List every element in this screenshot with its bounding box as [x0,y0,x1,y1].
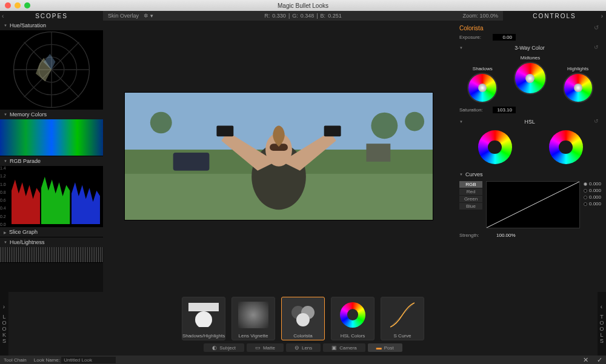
svg-point-18 [371,113,398,139]
strength-label: Strength: [459,233,493,238]
scope-slice-header[interactable]: Slice Graph [0,227,103,237]
zoom-readout: Zoom: 100.0% [462,13,498,19]
reset-icon[interactable]: ↺ [594,44,601,51]
lookname-label: Look Name: [34,357,60,363]
cancel-button[interactable]: ✕ [583,356,588,364]
curve-chan-red[interactable]: Red [459,188,482,195]
preview-image [124,92,433,220]
tool-colorista[interactable]: Colorista [281,297,325,340]
scope-hue-sat-header[interactable]: Hue/Saturation [0,21,103,30]
skin-overlay-toggle[interactable]: Skin Overlay [108,13,139,19]
tool-shadows-highlights[interactable]: Shadows/Highlights [182,297,225,340]
svg-rect-16 [366,144,390,162]
hue-lightness-scope [0,247,103,262]
tool-lens-vignette[interactable]: Lens Vignette [231,297,275,340]
stage-camera[interactable]: ▣Camera [323,343,365,352]
saturation-label: Saturation: [459,107,493,113]
midtones-label: Midtones [514,55,547,61]
shadows-label: Shadows [467,66,498,71]
post-icon: ▬ [376,345,382,351]
exposure-value[interactable]: 0.00 [493,34,516,41]
stage-subject[interactable]: ◐Subject [204,343,244,352]
svg-rect-21 [188,303,219,311]
tool-s-curve[interactable]: S Curve [381,297,424,340]
camera-icon: ▣ [331,345,337,351]
curve-chan-blue[interactable]: Blue [459,203,482,210]
curves-header[interactable]: Curves [465,171,483,177]
controls-header: CONTROLS › [503,11,606,21]
chevron-right-icon[interactable]: › [601,13,604,19]
curve-point-icon[interactable] [584,182,587,186]
gear-icon[interactable]: ✲ ▾ [144,13,153,19]
svg-rect-13 [324,125,341,136]
shadows-wheel[interactable] [467,73,498,103]
svg-point-19 [405,112,424,131]
statusbar: Tool Chain Look Name: ✕ ✓ [0,356,606,364]
scope-parade-header[interactable]: RGB Parade [0,156,103,166]
tools-tab[interactable]: ‹ TOOLS [598,292,606,356]
toolchain-label[interactable]: Tool Chain [4,357,27,363]
memory-colors-scope [0,119,103,156]
stage-matte[interactable]: ▭Matte [247,343,284,352]
window-title: Magic Bullet Looks [278,2,328,9]
svg-rect-15 [173,153,210,171]
scopes-label: SCOPES [35,13,68,19]
curve-point-icon[interactable] [584,202,587,206]
maximize-icon[interactable] [24,2,30,8]
vectorscope [0,30,103,109]
minimize-icon[interactable] [15,2,21,8]
strength-value[interactable]: 100.00% [493,232,519,239]
tool-title: Colorista [459,25,483,31]
highlights-wheel[interactable] [563,73,593,103]
svg-point-17 [150,112,172,134]
rgb-parade-scope: 1.4 1.2 1.0 0.8 0.6 0.4 0.2 0.0 [0,166,103,227]
look-name-input[interactable] [61,357,116,363]
matte-icon: ▭ [255,345,261,351]
mac-titlebar: Magic Bullet Looks [0,0,606,11]
reset-icon[interactable]: ↺ [594,24,601,31]
scope-huelight-header[interactable]: Hue/Lightness [0,237,103,247]
exposure-label: Exposure: [459,35,493,40]
reset-icon[interactable]: ↺ [594,118,601,125]
scopes-header: ‹ SCOPES [0,11,103,21]
curve-point-icon[interactable] [584,189,587,193]
controls-label: CONTROLS [533,13,576,19]
curve-editor[interactable] [486,181,580,228]
looks-tab[interactable]: › LOOKS [0,292,8,356]
highlights-label: Highlights [563,66,593,71]
curve-chan-rgb[interactable]: RGB [459,181,482,188]
close-icon[interactable] [5,2,11,8]
person-icon: ◐ [212,345,217,351]
svg-line-20 [487,182,579,228]
threeway-header[interactable]: 3-Way Color [514,45,545,51]
svg-point-22 [195,311,212,327]
saturation-value[interactable]: 103.10 [493,107,516,113]
midtones-wheel[interactable] [514,62,547,94]
scopes-panel: Hue/Saturation Memory Colors R [0,21,103,292]
hsl-hue-wheel[interactable] [478,130,512,164]
svg-point-25 [296,313,310,326]
stage-lens[interactable]: ⊖Lens [286,343,321,352]
tool-hsl-colors[interactable]: HSL Colors [331,297,375,340]
hsl-sat-wheel[interactable] [549,130,583,164]
scope-memory-header[interactable]: Memory Colors [0,110,103,119]
stage-post[interactable]: ▬Post [368,343,402,352]
curve-point-icon[interactable] [584,196,587,199]
apply-button[interactable]: ✓ [597,356,602,364]
chevron-left-icon[interactable]: ‹ [2,13,5,19]
hsl-header[interactable]: HSL [524,119,535,125]
top-toolbar: ‹ SCOPES Skin Overlay ✲ ▾ R:0.330 | G:0.… [0,11,606,21]
tool-chain-area: › LOOKS Shadows/Highlights Lens Vignette… [0,292,606,356]
curve-chan-green[interactable]: Green [459,196,482,202]
svg-rect-14 [216,125,233,136]
rgb-readout: R:0.330 | G:0.348 | B:0.251 [264,13,341,19]
window-controls [5,2,30,8]
lens-icon: ⊖ [295,345,299,351]
controls-panel: Colorista ↺ Exposure: 0.00 3-Way Color ↺… [454,21,606,292]
preview-viewer[interactable] [103,21,454,292]
